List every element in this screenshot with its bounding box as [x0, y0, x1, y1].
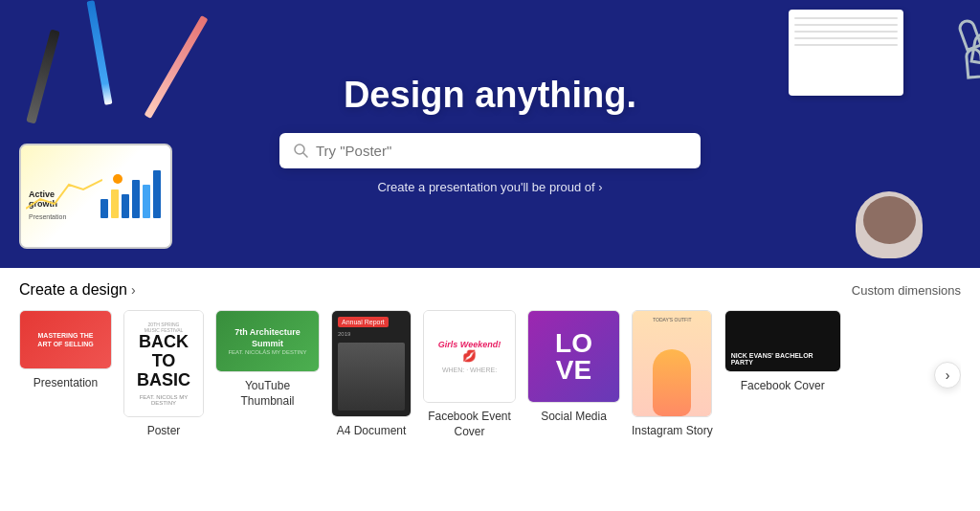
section-title-arrow: ›: [131, 282, 136, 298]
a4-header-text: Annual Report: [338, 317, 389, 327]
card-social-media[interactable]: LOVE Social Media: [527, 310, 620, 439]
youtube-thumb: 7th ArchitectureSummit FEAT. NICOLÁS MY …: [216, 311, 319, 371]
tablet-sublabel: Presentation: [29, 213, 66, 220]
section-title-text: Create a design: [19, 281, 127, 298]
coffee-inner: [863, 196, 916, 244]
instagram-label: Instagram Story: [632, 424, 713, 439]
section-title[interactable]: Create a design›: [19, 281, 136, 299]
tablet-chart: [100, 170, 161, 218]
youtube-label: YouTubeThumbnail: [240, 379, 294, 409]
cards-wrapper: MASTERING THEART OF SELLING Presentation…: [19, 310, 961, 439]
fb-event-label: Facebook EventCover: [428, 410, 511, 439]
a4-image: [338, 343, 405, 411]
poster-label: Poster: [147, 424, 181, 439]
section-header: Create a design› Custom dimensions: [19, 281, 961, 299]
facebook-cover-thumb: NICK EVANS' BACHELOR PARTY: [725, 311, 840, 371]
poster-sub-text: FEAT. NICOLS MY DESTINY: [130, 394, 197, 406]
search-icon: [293, 143, 308, 158]
cards-row: MASTERING THEART OF SELLING Presentation…: [19, 310, 961, 439]
card-instagram-story[interactable]: TODAY'S OUTFIT Instagram Story: [632, 310, 713, 439]
hero-subtitle[interactable]: Create a presentation you'll be proud of…: [377, 180, 602, 194]
poster-thumb: 20TH SPRINGMUSIC FESTIVAL BACKTOBASIC FE…: [124, 311, 203, 416]
youtube-main-text: 7th ArchitectureSummit: [234, 327, 301, 349]
search-bar[interactable]: [279, 133, 701, 168]
fb-event-sub: WHEN: · WHERE:: [442, 367, 497, 373]
custom-dimensions-link[interactable]: Custom dimensions: [852, 283, 961, 298]
presentation-label: Presentation: [33, 376, 98, 391]
facebook-cover-label: Facebook Cover: [741, 379, 825, 394]
tablet-decoration: Activegrowth Presentation: [19, 144, 172, 249]
fb-event-emoji: 💋: [462, 349, 477, 363]
instagram-thumb: TODAY'S OUTFIT: [633, 311, 711, 416]
card-youtube[interactable]: 7th ArchitectureSummit FEAT. NICOLÁS MY …: [215, 310, 320, 439]
facebook-cover-main-text: NICK EVANS' BACHELOR PARTY: [731, 352, 835, 366]
next-arrow-button[interactable]: ›: [934, 362, 961, 389]
coffee-cup-decoration: [856, 191, 923, 258]
card-presentation[interactable]: MASTERING THEART OF SELLING Presentation: [19, 310, 112, 439]
social-media-thumb: LOVE: [528, 311, 619, 402]
youtube-sub-text: FEAT. NICOLÁS MY DESTINY: [228, 349, 306, 355]
card-facebook-event[interactable]: Girls Weekend! 💋 WHEN: · WHERE: Facebook…: [423, 310, 516, 439]
card-facebook-cover[interactable]: NICK EVANS' BACHELOR PARTY Facebook Cove…: [724, 310, 841, 439]
notepad-decoration: [789, 10, 903, 96]
social-love-text: LOVE: [555, 330, 592, 384]
poster-main-text: BACKTOBASIC: [137, 333, 190, 389]
instagram-label-text: TODAY'S OUTFIT: [653, 317, 692, 322]
svg-line-1: [303, 153, 307, 157]
search-input[interactable]: [316, 143, 687, 159]
next-arrow-icon: ›: [946, 367, 950, 383]
presentation-thumb: MASTERING THEART OF SELLING: [20, 311, 111, 368]
social-media-label: Social Media: [541, 410, 607, 425]
line-chart: [26, 175, 102, 213]
create-design-section: Create a design› Custom dimensions MASTE…: [0, 268, 980, 439]
fb-event-title: Girls Weekend!: [438, 340, 501, 349]
a4-thumb: Annual Report 2019: [332, 311, 411, 416]
card-poster[interactable]: 20TH SPRINGMUSIC FESTIVAL BACKTOBASIC FE…: [123, 310, 204, 439]
facebook-event-thumb: Girls Weekend! 💋 WHEN: · WHERE:: [424, 311, 515, 402]
card-a4[interactable]: Annual Report 2019 A4 Document: [331, 310, 412, 439]
a4-year-text: 2019: [338, 331, 350, 337]
paperclip-3: [965, 47, 980, 78]
instagram-figure: [653, 349, 691, 416]
presentation-thumb-text: MASTERING THEART OF SELLING: [37, 331, 93, 348]
hero-banner: Activegrowth Presentation: [0, 0, 980, 268]
hero-title: Design anything.: [344, 75, 636, 116]
a4-label: A4 Document: [337, 424, 407, 439]
